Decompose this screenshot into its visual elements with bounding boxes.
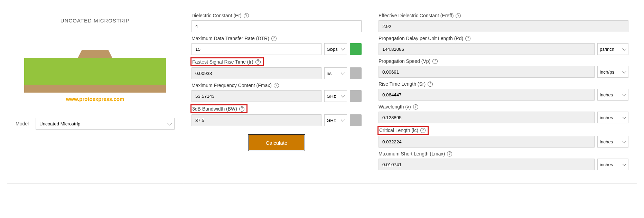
status-dtr — [350, 43, 362, 55]
input-dtr[interactable] — [192, 43, 321, 55]
diagram-trace — [78, 50, 112, 58]
label-er: Dielectric Constant (Er) — [192, 13, 242, 18]
field-sr: Rise Time Length (Sr) ? inches — [379, 81, 628, 101]
input-fmax[interactable] — [192, 90, 321, 102]
unit-tr[interactable]: ns — [324, 67, 347, 79]
unit-fmax[interactable]: GHz — [324, 90, 347, 102]
label-ereff: Effective Dielectric Constant (Ereff) — [379, 13, 454, 18]
help-icon[interactable]: ? — [239, 106, 244, 112]
output-vp — [379, 66, 595, 78]
unit-dtr[interactable]: Gbps — [324, 43, 347, 55]
output-ereff — [379, 20, 628, 32]
help-icon[interactable]: ? — [244, 13, 249, 18]
help-icon[interactable]: ? — [447, 151, 452, 157]
output-panel: Effective Dielectric Constant (Ereff) ? … — [370, 7, 637, 184]
status-tr — [350, 67, 362, 79]
label-fmax: Maximum Frequency Content (Fmax) — [192, 83, 272, 88]
help-icon[interactable]: ? — [274, 83, 279, 88]
status-fmax — [350, 90, 362, 102]
field-fmax: Maximum Frequency Content (Fmax) ? GHz — [192, 83, 362, 102]
model-panel: UNCOATED MICROSTRIP www.protoexpress.com… — [7, 7, 183, 184]
field-ereff: Effective Dielectric Constant (Ereff) ? — [379, 13, 628, 32]
help-icon[interactable]: ? — [432, 59, 438, 64]
diagram-ground — [24, 85, 166, 93]
help-icon[interactable]: ? — [255, 59, 261, 65]
diagram-substrate — [24, 58, 166, 85]
field-tr: Fastest Signal Rise Time (tr) ? ns — [192, 58, 362, 79]
label-pd: Propagation Delay per Unit Length (Pd) — [379, 36, 463, 41]
unit-bw[interactable]: GHz — [324, 114, 347, 126]
label-sr: Rise Time Length (Sr) — [379, 81, 426, 87]
help-icon[interactable]: ? — [456, 13, 461, 18]
input-tr[interactable] — [192, 67, 321, 79]
field-dtr: Maximum Data Transfer Rate (DTR) ? Gbps — [192, 36, 362, 55]
unit-lambda[interactable]: inches — [597, 112, 628, 123]
help-icon[interactable]: ? — [420, 128, 426, 133]
output-lmax — [379, 159, 595, 170]
model-select[interactable]: Uncoated Microstrip — [36, 118, 175, 130]
field-vp: Propagation Speed (Vp) ? inch/ps — [379, 58, 628, 78]
label-vp: Propagation Speed (Vp) — [379, 58, 430, 64]
diagram-title: UNCOATED MICROSTRIP — [16, 18, 175, 23]
unit-pd[interactable]: ps/inch — [597, 43, 628, 55]
output-sr — [379, 89, 595, 101]
model-label: Model — [16, 121, 31, 126]
field-pd: Propagation Delay per Unit Length (Pd) ?… — [379, 36, 628, 55]
field-lambda: Wavelength (λ) ? inches — [379, 104, 628, 123]
status-bw — [350, 114, 362, 126]
help-icon[interactable]: ? — [428, 82, 433, 87]
output-lc — [379, 136, 595, 148]
input-panel: Dielectric Constant (Er) ? Maximum Data … — [183, 7, 370, 184]
field-lc: Critical Length (lc) ? inches — [379, 127, 628, 148]
calculate-button[interactable]: Calculate — [249, 135, 304, 150]
label-lambda: Wavelength (λ) — [379, 104, 411, 110]
label-lc: Critical Length (lc) — [379, 127, 418, 133]
field-er: Dielectric Constant (Er) ? — [192, 13, 362, 32]
output-pd — [379, 43, 595, 55]
input-er[interactable] — [192, 20, 362, 32]
unit-lmax[interactable]: inches — [597, 159, 628, 170]
field-bw: 3dB Bandwidth (BW) ? GHz — [192, 105, 362, 126]
help-icon[interactable]: ? — [465, 36, 470, 41]
label-dtr: Maximum Data Transfer Rate (DTR) — [192, 36, 269, 41]
unit-lc[interactable]: inches — [597, 136, 628, 148]
calculator-layout: UNCOATED MICROSTRIP www.protoexpress.com… — [7, 7, 637, 184]
field-lmax: Maximum Short Length (Lmax) ? inches — [379, 151, 628, 170]
output-lambda — [379, 112, 595, 123]
input-bw[interactable] — [192, 114, 321, 126]
unit-sr[interactable]: inches — [597, 89, 628, 101]
help-icon[interactable]: ? — [271, 36, 277, 41]
help-icon[interactable]: ? — [413, 104, 418, 110]
label-bw: 3dB Bandwidth (BW) — [192, 106, 237, 112]
unit-vp[interactable]: inch/ps — [597, 66, 628, 78]
label-tr: Fastest Signal Rise Time (tr) — [192, 59, 253, 65]
diagram-url: www.protoexpress.com — [16, 96, 175, 102]
microstrip-diagram — [24, 37, 166, 93]
label-lmax: Maximum Short Length (Lmax) — [379, 151, 445, 157]
